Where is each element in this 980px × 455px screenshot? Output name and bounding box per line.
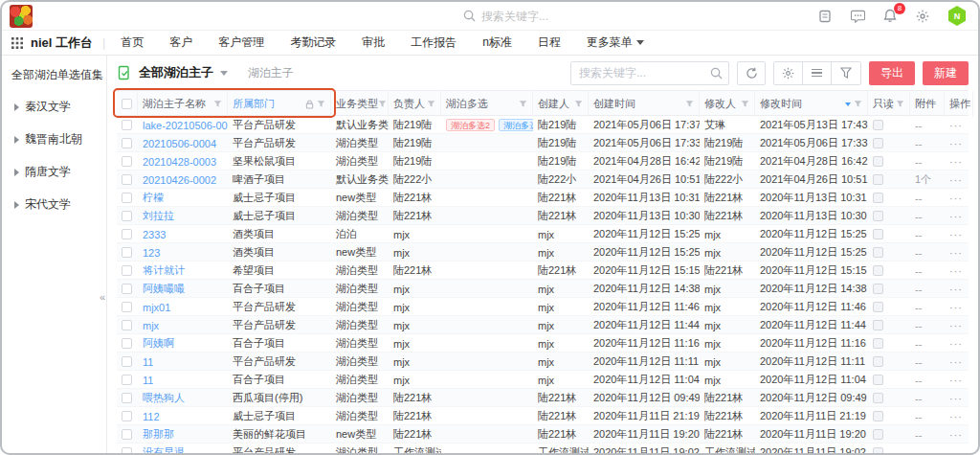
user-avatar[interactable]: N [947,6,967,26]
row-checkbox[interactable] [122,356,132,367]
table-row[interactable]: lake-20210506-0005平台产品研发默认业务类型陆219陆湖泊多选2… [117,116,969,134]
nav-item-5[interactable]: 审批 [362,34,385,51]
cell-name[interactable]: 112 [138,407,228,425]
table-row[interactable]: 20210428-0003坚果松鼠项目湖泊类型陆219陆陆219陆2021年04… [117,152,969,171]
cell-name[interactable]: 将计就计 [138,262,228,280]
column-header-12[interactable]: 附件 [910,91,945,117]
row-actions-button[interactable]: ··· [945,425,973,444]
row-actions-button[interactable]: ··· [945,116,973,134]
messages-icon[interactable] [850,9,865,24]
row-checkbox[interactable] [122,138,132,148]
row-checkbox[interactable] [122,174,132,185]
column-header-2[interactable]: 湖泊主子名称 [138,91,228,117]
filter-funnel-icon[interactable] [832,62,860,84]
row-checkbox[interactable] [122,375,132,385]
cell-name[interactable]: 喂热狗人 [138,389,228,407]
column-header-7[interactable]: 创建人 [533,91,589,117]
cell-name[interactable]: mjx01 [138,298,228,316]
cell-name[interactable]: 20210426-0002 [138,171,228,189]
column-header-4[interactable]: 业务类型 [331,91,389,117]
sidebar-item-3[interactable]: 隋唐文学 [11,164,99,180]
filter-funnel-icon[interactable] [685,100,694,108]
row-checkbox[interactable] [122,284,132,294]
row-checkbox[interactable] [122,193,132,203]
table-row[interactable]: 20210506-0004平台产品研发湖泊类型陆219陆陆219陆2021年05… [117,134,969,152]
cell-name[interactable]: 11 [138,353,228,371]
cell-name[interactable]: 11 [138,371,228,389]
cell-name[interactable]: 2333 [138,225,228,243]
row-checkbox[interactable] [122,247,132,258]
row-actions-button[interactable]: ··· [945,371,973,389]
column-settings-gear-icon[interactable] [774,62,803,84]
column-header-10[interactable]: 修改时间 [755,91,868,117]
table-row[interactable]: 柠檬威士忌子项目new类型陆221林陆221林2020年11月13日 10:31… [117,189,969,207]
table-row[interactable]: 11平台产品研发湖泊类型mjxmjx2020年11月12日 11:11mjx20… [117,353,969,371]
column-header-5[interactable]: 负责人 [389,91,441,117]
row-checkbox[interactable] [122,393,132,403]
nav-item-8[interactable]: 日程 [538,34,561,51]
row-checkbox[interactable] [122,338,132,349]
table-row[interactable]: 刘拉拉威士忌子项目湖泊类型陆221林陆221林2020年11月13日 10:30… [117,207,969,225]
table-row[interactable]: 没有早退平台产品研发湖泊类型工作流测试1工作流测试12020年11月11日 19… [117,444,969,455]
notifications-bell-icon[interactable]: 8 [882,9,898,24]
sidebar-collapse-icon[interactable]: « [100,291,105,303]
nav-item-4[interactable]: 考勤记录 [290,34,336,51]
view-title[interactable]: 全部湖泊主子 [139,64,213,81]
row-actions-button[interactable]: ··· [945,353,973,371]
global-search-input[interactable] [481,10,654,23]
row-actions-button[interactable]: ··· [945,262,973,280]
cell-name[interactable]: 那那那 [138,425,228,444]
apps-grid-icon[interactable] [11,37,23,49]
table-row[interactable]: mjx01平台产品研发湖泊类型mjxmjx2020年11月12日 11:46mj… [117,298,969,316]
cell-name[interactable]: mjx [138,316,228,334]
cell-name[interactable]: 没有早退 [138,444,228,455]
tree-expand-icon[interactable] [14,201,19,209]
table-row[interactable]: mjx平台产品研发湖泊类型mjxmjx2020年11月12日 11:44mjx2… [117,316,969,334]
row-actions-button[interactable]: ··· [945,334,973,353]
cell-name[interactable]: 20210428-0003 [138,152,228,171]
cell-name[interactable]: 阿姨啊 [138,334,228,353]
filter-funnel-icon[interactable] [574,100,583,108]
row-actions-button[interactable]: ··· [945,280,973,298]
nav-item-7[interactable]: n标准 [482,34,512,51]
table-row[interactable]: 123酒类项目new类型mjxmjx2020年11月12日 15:25mjx20… [117,243,969,262]
sidebar-item-1[interactable]: 秦汉文学 [11,99,99,115]
view-subtitle[interactable]: 湖泊主子 [248,65,294,81]
row-actions-button[interactable]: ··· [945,152,973,171]
table-row[interactable]: 将计就计希望项目湖泊类型陆221林陆221林2020年11月12日 15:15陆… [117,262,969,280]
search-icon[interactable] [710,67,723,80]
refresh-button[interactable] [737,61,766,85]
table-row[interactable]: 2333酒类项目泊泊mjxmjx2020年11月12日 15:25mjx2020… [117,225,969,243]
row-actions-button[interactable]: ··· [945,389,973,407]
table-row[interactable]: 112威士忌子项目湖泊类型陆221林陆221林2020年11月11日 21:19… [117,407,969,425]
select-all-checkbox[interactable] [122,99,132,109]
tree-expand-icon[interactable] [14,103,19,111]
row-checkbox[interactable] [122,120,132,130]
row-checkbox[interactable] [122,447,132,455]
cell-name[interactable]: 刘拉拉 [138,207,228,225]
table-row[interactable]: 11百合子项目湖泊类型mjxmjx2020年11月12日 11:04mjx202… [117,371,969,389]
row-actions-button[interactable]: ··· [945,243,973,262]
tree-expand-icon[interactable] [14,136,19,144]
row-actions-button[interactable]: ··· [945,171,973,189]
cell-name[interactable]: lake-20210506-0005 [138,116,228,134]
row-actions-button[interactable]: ··· [945,225,973,243]
column-header-3[interactable]: 所属部门 [228,91,331,117]
view-chevron-down-icon[interactable] [220,71,228,76]
column-header-1[interactable] [117,91,138,117]
table-search-input[interactable] [579,66,710,80]
table-row[interactable]: 阿姨嘬嘬百合子项目湖泊类型mjxmjx2020年11月12日 14:38mjx2… [117,280,969,298]
workspace-title[interactable]: niel 工作台 [31,34,93,52]
cell-name[interactable]: 20210506-0004 [138,134,228,152]
row-density-icon[interactable] [803,62,832,84]
notebook-icon[interactable] [817,9,833,24]
table-row[interactable]: 20210426-0002啤酒子项目默认业务类型陆222小陆222小2021年0… [117,171,969,189]
row-checkbox[interactable] [122,265,132,276]
row-actions-button[interactable]: ··· [945,134,973,152]
nav-item-2[interactable]: 客户 [169,34,192,51]
row-checkbox[interactable] [122,229,132,239]
row-actions-button[interactable]: ··· [945,207,973,225]
settings-gear-icon[interactable] [915,9,930,24]
filter-funnel-icon[interactable] [854,100,862,108]
column-header-13[interactable]: 操作 [945,91,973,117]
